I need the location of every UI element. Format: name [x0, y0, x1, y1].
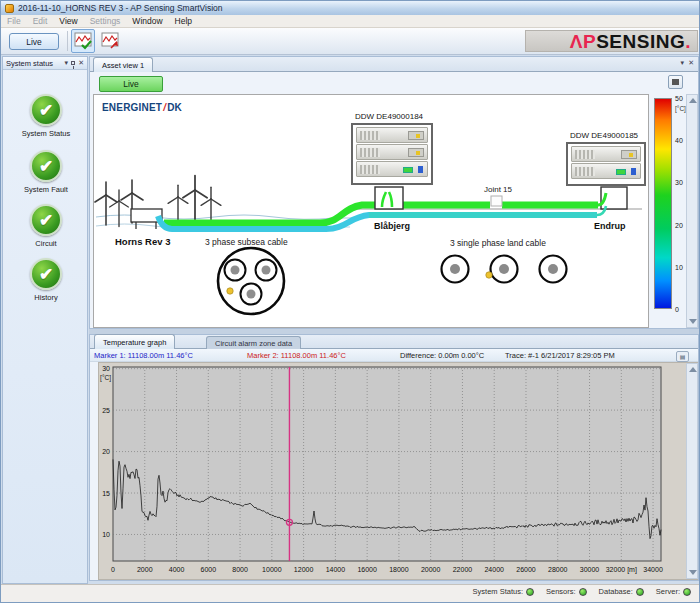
energinet-logo: ENERGINET/DK [102, 102, 182, 113]
ddw-device-unit [356, 127, 428, 143]
menu-file[interactable]: File [1, 16, 27, 26]
snapshot-icon [672, 79, 679, 85]
graph-view-check-button[interactable] [71, 29, 95, 53]
scale-unit: [°C] [675, 105, 686, 112]
sidebar-item-circuit[interactable]: ✔ Circuit [3, 204, 89, 248]
blabjerg-building [375, 187, 403, 209]
svg-text:4000: 4000 [169, 566, 185, 573]
ddw-device-unit [571, 163, 641, 179]
brand-red-text: ΛP [570, 31, 596, 52]
status-server: Server: [656, 587, 691, 596]
menu-window[interactable]: Window [126, 16, 168, 26]
svg-text:18000: 18000 [389, 566, 409, 573]
system-status-sidebar: System status ▾ ✕ ✔ System Status ✔ Syst… [2, 56, 88, 584]
svg-text:8000: 8000 [232, 566, 248, 573]
ap-sensing-logo: ΛPSENSING. [525, 30, 698, 52]
green-led-icon [636, 588, 644, 596]
svg-text:30: 30 [102, 365, 110, 372]
scroll-up-icon[interactable] [689, 367, 697, 372]
sidebar-header: System status ▾ ✕ [3, 57, 87, 70]
menu-help[interactable]: Help [169, 16, 198, 26]
svg-text:25: 25 [102, 407, 110, 414]
sidebar-item-label: System Fault [3, 185, 89, 194]
chart-canvas: 0200040006000800010000120001400016000180… [99, 363, 697, 579]
status-database: Database: [599, 587, 644, 596]
temperature-graph-panel: Temperature graph Circuit alarm zone dat… [89, 334, 699, 581]
temperature-chart[interactable]: 0200040006000800010000120001400016000180… [98, 362, 698, 580]
asset-diagram: ENERGINET/DK DDW DE49000184 DDW DE490001… [93, 94, 649, 328]
svg-text:15: 15 [102, 490, 110, 497]
fiber-marker-dot [486, 272, 492, 278]
scroll-up-icon[interactable] [689, 98, 697, 103]
tab-circuit-alarm-zone-data[interactable]: Circuit alarm zone data [206, 336, 301, 349]
status-sensors: Sensors: [546, 587, 587, 596]
green-led-icon [579, 588, 587, 596]
menu-settings[interactable]: Settings [84, 16, 127, 26]
svg-text:10000: 10000 [262, 566, 282, 573]
endrup-label: Endrup [594, 221, 626, 231]
asset-tabstrip: Asset view 1 ▾ ✕ [90, 57, 698, 72]
menu-edit[interactable]: Edit [27, 16, 54, 26]
app-window: 2016-11-10_HORNS REV 3 - AP Sensing Smar… [0, 0, 700, 603]
graph-scrollbar[interactable] [686, 363, 698, 579]
ddw-device-unit [356, 144, 428, 160]
svg-text:20000: 20000 [421, 566, 441, 573]
app-icon [5, 4, 14, 13]
title-bar: 2016-11-10_HORNS REV 3 - AP Sensing Smar… [1, 1, 700, 15]
snapshot-button[interactable] [668, 75, 683, 89]
difference-readout: Difference: 0.00m 0.00°C [400, 351, 484, 360]
green-led-icon [683, 588, 691, 596]
tab-list-dropdown-icon[interactable]: ▾ [681, 59, 685, 67]
scroll-down-icon[interactable] [689, 319, 697, 324]
menu-view[interactable]: View [53, 16, 83, 26]
ddw1-device-box [351, 123, 433, 185]
close-icon[interactable]: ✕ [78, 59, 84, 67]
asset-view-panel: Asset view 1 ▾ ✕ Live [89, 56, 699, 329]
wind-turbine-icon [95, 182, 117, 225]
graph-view-alt-button[interactable] [98, 29, 122, 53]
land-cable-cross-sections [442, 256, 567, 283]
svg-text:[°C]: [°C] [100, 374, 111, 382]
land-cable-label: 3 single phase land cable [450, 238, 546, 248]
asset-scrollbar[interactable] [686, 94, 698, 328]
brand-dark-text: SENSING [596, 31, 685, 52]
status-ok-icon: ✔ [30, 204, 62, 236]
status-ok-icon: ✔ [30, 94, 62, 126]
svg-text:6000: 6000 [201, 566, 217, 573]
svg-text:14000: 14000 [326, 566, 346, 573]
sidebar-item-system-status[interactable]: ✔ System Status [3, 94, 89, 138]
temperature-color-scale [654, 98, 672, 309]
svg-text:2000: 2000 [137, 566, 153, 573]
tab-close-icon[interactable]: ✕ [688, 59, 694, 67]
tab-asset-view-1[interactable]: Asset view 1 [93, 57, 153, 72]
live-mode-button[interactable]: Live [9, 33, 59, 50]
sidebar-item-history[interactable]: ✔ History [3, 258, 89, 302]
marker2-readout: Marker 2: 11108.00m 11.46°C [247, 351, 346, 360]
graph-menu-button[interactable]: ▤ [676, 351, 689, 362]
scale-tick: 30 [675, 179, 683, 186]
svg-text:0: 0 [111, 566, 115, 573]
graph-tabstrip: Temperature graph Circuit alarm zone dat… [90, 335, 698, 349]
scale-tick: 40 [675, 137, 683, 144]
svg-text:26000: 26000 [516, 566, 536, 573]
toolbar: Live ΛPSENSING. [1, 28, 700, 55]
tab-temperature-graph[interactable]: Temperature graph [94, 334, 175, 349]
window-title: 2016-11-10_HORNS REV 3 - AP Sensing Smar… [18, 3, 223, 13]
ddw-device-unit [356, 161, 428, 177]
ddw2-device-box [566, 142, 646, 186]
svg-text:30000: 30000 [580, 566, 600, 573]
sidebar-item-system-fault[interactable]: ✔ System Fault [3, 150, 89, 194]
scroll-down-icon[interactable] [689, 570, 697, 575]
asset-live-button[interactable]: Live [99, 76, 163, 92]
sidebar-item-label: Circuit [3, 239, 89, 248]
subsea-cable-cross-section [218, 248, 284, 314]
svg-text:22000: 22000 [453, 566, 473, 573]
blabjerg-label: Blåbjerg [374, 221, 410, 231]
pin-icon[interactable] [71, 61, 75, 65]
svg-text:16000: 16000 [357, 566, 377, 573]
dropdown-icon[interactable]: ▾ [65, 59, 69, 67]
trace-readout: Trace: #-1 6/21/2017 8:29:05 PM [505, 351, 615, 360]
menu-bar: File Edit View Settings Window Help [1, 15, 700, 28]
svg-text:12000: 12000 [294, 566, 314, 573]
subsea-cable-label: 3 phase subsea cable [205, 237, 288, 247]
